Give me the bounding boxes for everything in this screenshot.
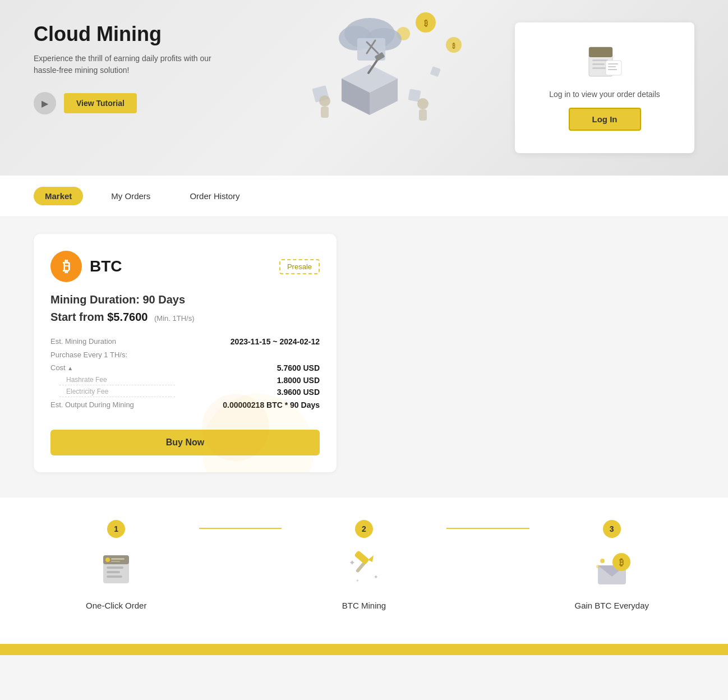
svg-rect-35: [107, 571, 120, 573]
tabs-section: Market My Orders Order History: [0, 176, 728, 217]
svg-rect-39: [111, 561, 120, 562]
tab-order-history[interactable]: Order History: [178, 187, 251, 205]
svg-rect-41: [354, 550, 370, 565]
cost-label: Cost ▲: [50, 361, 175, 375]
est-output-label: Est. Output During Mining: [50, 398, 175, 412]
card-header: ₿ BTC Presale: [50, 251, 320, 282]
hero-actions: ▶ View Tutorial: [34, 92, 224, 114]
step-connector-2: [446, 520, 529, 529]
btc-label: BTC: [90, 257, 122, 275]
start-from-label: Start from: [50, 311, 104, 323]
step-2-number: 2: [355, 520, 373, 538]
svg-rect-22: [419, 109, 427, 121]
svg-rect-30: [608, 66, 616, 67]
buy-now-button[interactable]: Buy Now: [50, 430, 320, 455]
step-3-number: 3: [603, 520, 621, 538]
mining-card: ₿ BTC Presale Mining Duration: 90 Days S…: [34, 234, 337, 472]
step-2: 2 ✦ ✦ ✦ BTC Mining: [282, 520, 447, 610]
step-line-2: [446, 528, 529, 529]
svg-rect-29: [608, 63, 618, 65]
svg-text:✦: ✦: [374, 574, 378, 580]
svg-point-52: [600, 559, 605, 563]
hero-section: Cloud Mining Experience the thrill of ea…: [0, 0, 728, 176]
svg-point-19: [319, 95, 330, 107]
step-1-icon: [96, 547, 136, 592]
min-label: (Min. 1TH/s): [154, 314, 195, 323]
login-card-icon: [584, 45, 625, 81]
footer-strip: [0, 644, 728, 655]
svg-text:₿: ₿: [619, 558, 624, 567]
tab-market[interactable]: Market: [34, 187, 83, 205]
main-content: ₿ BTC Presale Mining Duration: 90 Days S…: [0, 217, 728, 498]
step-3-icon: ₿: [592, 547, 632, 592]
svg-marker-42: [368, 555, 374, 562]
svg-point-53: [596, 565, 600, 568]
steps-section: 1 One-Click Order 2: [0, 498, 728, 644]
svg-rect-31: [608, 69, 617, 70]
details-table: Est. Mining Duration 2023-11-15 ~ 2024-0…: [50, 335, 320, 412]
step-2-icon: ✦ ✦ ✦: [344, 547, 384, 592]
svg-rect-18: [430, 66, 441, 77]
table-row-purchase: Purchase Every 1 TH/s:: [50, 348, 320, 361]
step-line-1: [199, 528, 282, 529]
step-connector-1: [199, 520, 282, 529]
start-from-price: $5.7600: [107, 311, 148, 323]
svg-rect-28: [606, 61, 621, 75]
presale-badge: Presale: [279, 259, 320, 274]
table-row-est-output: Est. Output During Mining 0.00000218 BTC…: [50, 398, 320, 412]
step-1: 1 One-Click Order: [34, 520, 199, 610]
cost-val: 5.7600 USD: [175, 361, 320, 375]
table-row-cost: Cost ▲ 5.7600 USD: [50, 361, 320, 375]
svg-rect-20: [321, 107, 329, 118]
electricity-fee-val: 3.9600 USD: [175, 386, 320, 398]
table-row-est-duration: Est. Mining Duration 2023-11-15 ~ 2024-0…: [50, 335, 320, 348]
svg-rect-26: [592, 63, 605, 65]
table-row-electricity-fee: Electricity Fee 3.9600 USD: [50, 386, 320, 398]
step-2-label: BTC Mining: [342, 601, 386, 610]
svg-point-37: [105, 558, 110, 562]
play-button[interactable]: ▶: [34, 92, 56, 114]
btc-icon: ₿: [50, 251, 82, 282]
hero-subtitle: Experience the thrill of earning daily p…: [34, 53, 224, 76]
svg-rect-25: [592, 59, 608, 61]
electricity-fee-label: Electricity Fee: [59, 388, 175, 397]
step-3: 3 ₿ Gain BTC Everyday: [529, 520, 695, 610]
purchase-label: Purchase Every 1 TH/s:: [50, 348, 320, 361]
login-button[interactable]: Log In: [569, 108, 641, 131]
svg-rect-36: [107, 575, 122, 578]
step-1-number: 1: [107, 520, 125, 538]
table-row-hashrate-fee: Hashrate Fee 1.8000 USD: [50, 375, 320, 386]
svg-rect-34: [107, 567, 123, 569]
hashrate-fee-val: 1.8000 USD: [175, 375, 320, 386]
svg-text:✦: ✦: [349, 558, 356, 567]
svg-point-21: [417, 98, 428, 109]
login-card-text: Log in to view your order details: [549, 90, 660, 99]
hashrate-fee-label: Hashrate Fee: [59, 376, 175, 385]
hero-left: Cloud Mining Experience the thrill of ea…: [34, 22, 224, 114]
mining-duration: Mining Duration: 90 Days: [50, 293, 320, 306]
login-card: Log in to view your order details Log In: [515, 22, 694, 153]
hero-title: Cloud Mining: [34, 22, 224, 46]
est-output-val: 0.00000218 BTC * 90 Days: [175, 398, 320, 412]
est-duration-label: Est. Mining Duration: [50, 335, 175, 348]
svg-rect-27: [592, 67, 607, 69]
svg-text:₿: ₿: [452, 43, 455, 49]
hero-illustration: ₿ ₿: [257, 0, 471, 146]
hero-right: Log in to view your order details Log In: [515, 22, 694, 153]
btc-coin-info: ₿ BTC: [50, 251, 122, 282]
tab-my-orders[interactable]: My Orders: [100, 187, 162, 205]
start-from: Start from $5.7600 (Min. 1TH/s): [50, 311, 320, 324]
svg-rect-38: [111, 558, 125, 560]
svg-text:✦: ✦: [356, 578, 360, 583]
step-3-label: Gain BTC Everyday: [574, 601, 649, 610]
step-1-label: One-Click Order: [86, 601, 146, 610]
svg-text:₿: ₿: [424, 19, 428, 27]
est-duration-val: 2023-11-15 ~ 2024-02-12: [175, 335, 320, 348]
svg-rect-24: [589, 47, 612, 57]
view-tutorial-button[interactable]: View Tutorial: [64, 93, 137, 113]
